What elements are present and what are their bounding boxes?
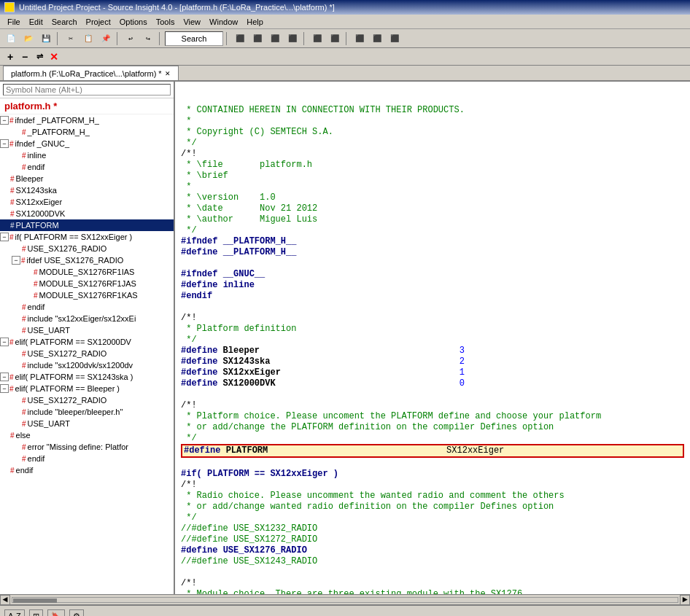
- tree-item-27[interactable]: #else: [0, 429, 174, 441]
- tree-item-28[interactable]: #error "Missing define: Platfor: [0, 441, 174, 453]
- toolbar-b2[interactable]: ⬛: [249, 31, 265, 46]
- tree-item-14[interactable]: #MODULE_SX1276RF1JAS: [0, 278, 174, 289]
- horizontal-scrollbar[interactable]: ◄ ►: [0, 594, 690, 604]
- tree-item-18[interactable]: #USE_UART: [0, 324, 174, 336]
- expand-icon-12[interactable]: −: [12, 256, 20, 265]
- toolbar-b9[interactable]: ⬛: [387, 31, 403, 46]
- toolbar-b7[interactable]: ⬛: [352, 31, 368, 46]
- tree-item-21[interactable]: #include "sx1200dvk/sx1200dv: [0, 359, 174, 371]
- menu-view[interactable]: View: [179, 17, 205, 27]
- sym-icon-0: #: [9, 117, 14, 125]
- tree-item-25[interactable]: #include "bleeper/bleeper.h": [0, 406, 174, 418]
- sym-icon-29: #: [22, 455, 26, 463]
- toolbar-paste[interactable]: 📌: [98, 31, 114, 46]
- tree-item-12[interactable]: −#ifdef USE_SX1276_RADIO: [0, 254, 174, 266]
- toolbar-b4[interactable]: ⬛: [284, 31, 301, 46]
- tb2-arrows[interactable]: ⇌: [32, 50, 47, 63]
- tree-item-19[interactable]: −#elif( PLATFORM == SX12000DV: [0, 336, 174, 348]
- toolbar-save[interactable]: 💾: [38, 31, 54, 46]
- code-line-17: #endif: [181, 291, 684, 302]
- sym-icon-25: #: [22, 408, 26, 416]
- tree-item-2[interactable]: −#ifndef _GNUC_: [0, 138, 174, 149]
- tree-item-22[interactable]: −#elif( PLATFORM == SX1243ska ): [0, 371, 174, 383]
- menu-search[interactable]: Search: [47, 17, 82, 27]
- menu-project[interactable]: Project: [82, 17, 115, 27]
- tree-item-30[interactable]: #endif: [0, 464, 174, 476]
- bottom-bookmark-button[interactable]: 🔖: [47, 609, 65, 617]
- tree-item-10[interactable]: −#if( PLATFORM == SX12xxEiger ): [0, 231, 174, 243]
- toolbar-b3[interactable]: ⬛: [267, 31, 283, 46]
- tree-item-13[interactable]: #MODULE_SX1276RF1IAS: [0, 266, 174, 278]
- tb2-minus[interactable]: −: [18, 50, 32, 63]
- symbol-search-input[interactable]: [3, 84, 171, 95]
- tree-item-3[interactable]: #inline: [0, 149, 174, 161]
- sym-label-25: include "bleeper/bleeper.h": [28, 408, 123, 416]
- menu-window[interactable]: Window: [205, 17, 242, 27]
- tree-panel[interactable]: −#ifndef _PLATFORM_H_#_PLATFORM_H_−#ifnd…: [0, 114, 174, 594]
- code-line-16: #define inline: [181, 280, 684, 291]
- expand-icon-22[interactable]: −: [0, 373, 9, 381]
- tree-item-7[interactable]: #SX12xxEiger: [0, 196, 174, 208]
- sym-icon-28: #: [22, 443, 26, 451]
- tree-item-16[interactable]: #endif: [0, 301, 174, 313]
- bottom-grid-button[interactable]: ⊞: [29, 609, 43, 617]
- tree-item-20[interactable]: #USE_SX1272_RADIO: [0, 348, 174, 359]
- toolbar-main: 📄 📂 💾 ✂ 📋 📌 ↩ ↪ Search ⬛ ⬛ ⬛ ⬛ ⬛ ⬛ ⬛ ⬛ ⬛: [0, 29, 690, 48]
- tree-item-4[interactable]: #endif: [0, 161, 174, 173]
- toolbar-search[interactable]: Search: [165, 31, 223, 46]
- sym-label-8: SX12000DVK: [16, 209, 66, 218]
- menu-file[interactable]: File: [3, 17, 25, 27]
- scroll-left-btn[interactable]: ◄: [0, 595, 10, 605]
- menu-tools[interactable]: Tools: [152, 17, 179, 27]
- toolbar-b5[interactable]: ⬛: [309, 31, 325, 46]
- tree-item-6[interactable]: #SX1243ska: [0, 184, 174, 196]
- scroll-thumb[interactable]: [13, 599, 57, 603]
- tb2-plus[interactable]: +: [3, 50, 18, 63]
- toolbar-copy[interactable]: 📋: [80, 31, 96, 46]
- menu-edit[interactable]: Edit: [25, 17, 47, 27]
- tree-item-9[interactable]: #PLATFORM: [0, 219, 174, 231]
- toolbar-b8[interactable]: ⬛: [369, 31, 385, 46]
- tree-item-29[interactable]: #endif: [0, 453, 174, 464]
- toolbar-new[interactable]: 📄: [3, 31, 19, 46]
- tree-item-24[interactable]: #USE_SX1272_RADIO: [0, 394, 174, 406]
- tree-item-8[interactable]: #SX12000DVK: [0, 208, 174, 219]
- tab-label: platform.h (F:\LoRa_Practice\...\platfor…: [11, 69, 162, 78]
- sym-label-7: SX12xxEiger: [16, 198, 63, 206]
- code-panel[interactable]: * CONTAINED HEREIN IN CONNECTION WITH TH…: [175, 82, 690, 594]
- tab-platform-h[interactable]: platform.h (F:\LoRa_Practice\...\platfor…: [3, 66, 179, 80]
- toolbar-open[interactable]: 📂: [20, 31, 36, 46]
- sym-icon-17: #: [22, 315, 26, 323]
- toolbar-cut[interactable]: ✂: [63, 31, 79, 46]
- expand-icon-2[interactable]: −: [0, 139, 9, 148]
- sym-label-14: MODULE_SX1276RF1JAS: [39, 279, 136, 288]
- code-line-5: * \file platform.h: [181, 160, 684, 171]
- tree-item-26[interactable]: #USE_UART: [0, 418, 174, 429]
- sym-icon-21: #: [22, 362, 26, 370]
- menu-help[interactable]: Help: [242, 17, 268, 27]
- bottom-az-button[interactable]: A-Z: [4, 609, 25, 616]
- tree-item-23[interactable]: −#elif( PLATFORM == Bleeper ): [0, 383, 174, 394]
- bottom-settings-button[interactable]: ⚙: [69, 609, 84, 617]
- tree-item-5[interactable]: #Bleeper: [0, 173, 174, 184]
- tree-item-1[interactable]: #_PLATFORM_H_: [0, 126, 174, 138]
- toolbar-b6[interactable]: ⬛: [327, 31, 343, 46]
- tree-item-11[interactable]: #USE_SX1276_RADIO: [0, 243, 174, 254]
- toolbar-redo[interactable]: ↪: [140, 31, 156, 46]
- toolbar-b1[interactable]: ⬛: [232, 31, 248, 46]
- tree-item-17[interactable]: #include "sx12xxEiger/sx12xxEi: [0, 313, 174, 324]
- tree-item-15[interactable]: #MODULE_SX1276RF1KAS: [0, 289, 174, 301]
- expand-icon-19[interactable]: −: [0, 338, 9, 346]
- tree-item-0[interactable]: −#ifndef _PLATFORM_H_: [0, 114, 174, 126]
- sym-icon-12: #: [21, 257, 26, 265]
- sym-icon-8: #: [10, 210, 15, 218]
- toolbar-undo[interactable]: ↩: [123, 31, 139, 46]
- scroll-right-btn[interactable]: ►: [680, 595, 690, 605]
- expand-icon-23[interactable]: −: [0, 384, 9, 393]
- tab-close-icon[interactable]: ✕: [165, 70, 171, 77]
- code-line-7: *: [181, 182, 684, 192]
- tb2-close[interactable]: ✕: [47, 50, 61, 63]
- expand-icon-0[interactable]: −: [0, 116, 9, 125]
- menu-options[interactable]: Options: [115, 17, 152, 27]
- expand-icon-10[interactable]: −: [0, 233, 9, 241]
